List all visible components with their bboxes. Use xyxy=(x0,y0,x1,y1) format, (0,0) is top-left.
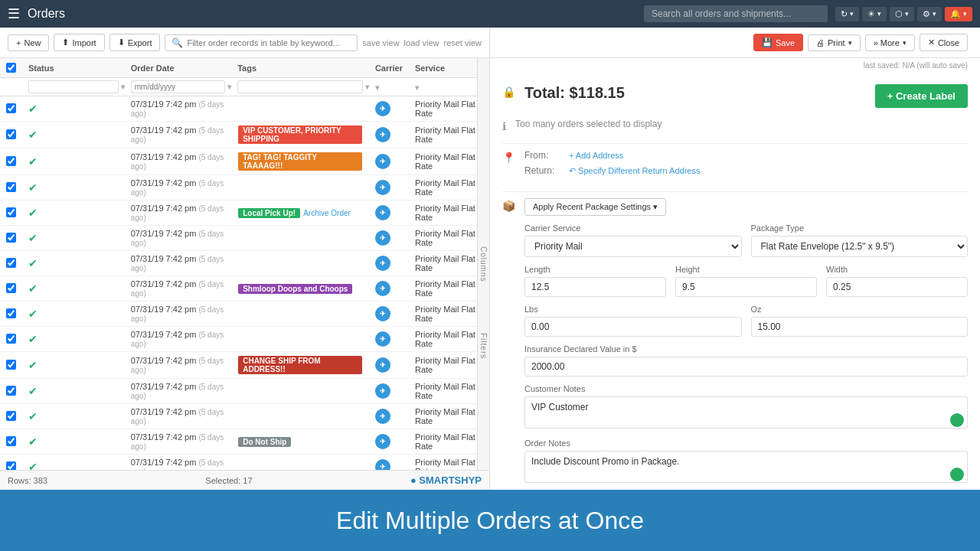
tag-badge: Local Pick Up! xyxy=(238,208,300,218)
date-filter-icon[interactable]: ▾ xyxy=(227,83,231,91)
table-search-bar[interactable]: 🔍 xyxy=(165,34,358,51)
date-filter[interactable] xyxy=(131,80,225,93)
columns-toggle[interactable]: Columns xyxy=(477,58,489,470)
print-icon: 🖨 xyxy=(816,38,825,47)
tag-badge: TAG! TAG! TAGGITY TAAAAG!!! xyxy=(238,152,362,171)
status-header: Status xyxy=(22,58,125,78)
print-button[interactable]: 🖨 Print ▾ xyxy=(808,34,861,51)
row-carrier-cell: ✈ xyxy=(369,201,409,226)
carrier-service-label: Carrier Service xyxy=(524,223,742,233)
row-checkbox[interactable] xyxy=(6,283,16,293)
address-body: From: + Add Address Return: ↶ Specify Di… xyxy=(524,150,968,181)
status-filter[interactable] xyxy=(28,80,119,93)
more-caret: ▾ xyxy=(903,39,906,47)
status-check-icon: ✔ xyxy=(28,461,38,470)
row-checkbox-cell xyxy=(0,175,22,201)
weight-row: Lbs Oz xyxy=(524,305,968,337)
width-input[interactable] xyxy=(826,277,968,297)
row-status-cell: ✔ xyxy=(22,404,125,429)
row-checkbox[interactable] xyxy=(6,436,16,446)
archive-link[interactable]: Archive Order xyxy=(303,209,351,217)
row-date-cell: 07/31/19 7:42 pm (5 days ago) xyxy=(125,276,231,302)
row-checkbox[interactable] xyxy=(6,156,16,166)
row-checkbox[interactable] xyxy=(6,386,16,396)
apply-settings-button[interactable]: Apply Recent Package Settings ▾ xyxy=(524,198,666,216)
tags-filter-icon[interactable]: ▾ xyxy=(365,83,369,91)
create-label-button[interactable]: + Create Label xyxy=(875,84,968,108)
row-tags-cell xyxy=(231,96,369,122)
hamburger-icon[interactable]: ☰ xyxy=(8,5,20,22)
export-button[interactable]: ⬇ Export xyxy=(109,34,161,51)
refresh-btn[interactable]: ↻ ▾ xyxy=(835,7,859,21)
row-checkbox[interactable] xyxy=(6,129,16,139)
new-button[interactable]: + New xyxy=(8,34,49,51)
status-check-icon: ✔ xyxy=(28,155,38,168)
order-notes-textarea[interactable] xyxy=(524,451,968,483)
oz-input[interactable] xyxy=(751,317,969,337)
row-date-cell: 07/31/19 7:42 pm (5 days ago) xyxy=(125,201,231,226)
status-check-icon: ✔ xyxy=(28,232,38,244)
order-date: 07/31/19 7:42 pm xyxy=(131,279,197,289)
tags-filter[interactable] xyxy=(237,80,363,93)
more-button[interactable]: » More ▾ xyxy=(865,34,915,51)
row-checkbox[interactable] xyxy=(6,461,16,471)
carrier-icon: ✈ xyxy=(375,154,390,169)
total-heading: Total: $118.15 xyxy=(524,84,625,101)
service-text: Priority Mail Flat Rate xyxy=(415,279,475,298)
length-input[interactable] xyxy=(524,277,666,297)
package-type-select[interactable]: Flat Rate Envelope (12.5" x 9.5") xyxy=(751,236,969,257)
return-address-link[interactable]: ↶ Specify Different Return Address xyxy=(569,166,700,176)
table-search-input[interactable] xyxy=(187,38,351,47)
carrier-service-select[interactable]: Priority Mail xyxy=(524,236,742,257)
export-label: Export xyxy=(128,38,152,47)
load-view-btn[interactable]: load view xyxy=(404,38,439,47)
row-checkbox[interactable] xyxy=(6,411,16,421)
theme-btn[interactable]: ☀ ▾ xyxy=(862,7,887,21)
row-checkbox[interactable] xyxy=(6,182,16,192)
notifications-btn[interactable]: 🔔 ▾ xyxy=(945,7,972,21)
close-button[interactable]: ✕ Close xyxy=(920,34,968,51)
customer-notes-label: Customer Notes xyxy=(524,384,968,393)
insurance-input[interactable] xyxy=(524,357,968,377)
row-checkbox[interactable] xyxy=(6,258,16,268)
print-caret: ▾ xyxy=(848,39,852,47)
carrier-filter-icon[interactable]: ▾ xyxy=(375,83,379,92)
settings-btn[interactable]: ⚙ ▾ xyxy=(917,7,942,21)
row-checkbox[interactable] xyxy=(6,334,16,344)
package-type-group: Package Type Flat Rate Envelope (12.5" x… xyxy=(751,223,969,257)
row-checkbox-cell xyxy=(0,276,22,302)
row-status-cell: ✔ xyxy=(22,122,125,148)
row-tags-cell: CHANGE SHIP FROM ADDRESS!! xyxy=(231,352,369,379)
import-button[interactable]: ⬆ Import xyxy=(54,34,104,51)
row-tags-cell xyxy=(231,404,369,429)
add-address-link[interactable]: + Add Address xyxy=(569,151,623,160)
status-check-icon: ✔ xyxy=(28,207,38,219)
row-date-cell: 07/31/19 7:42 pm (5 days ago) xyxy=(125,148,231,175)
row-status-cell: ✔ xyxy=(22,352,125,379)
table-row: ✔07/31/19 7:42 pm (5 days ago)TAG! TAG! … xyxy=(0,148,489,175)
lbs-input[interactable] xyxy=(524,317,742,337)
save-view-btn[interactable]: save view xyxy=(362,38,399,47)
filters-toggle[interactable]: Filters xyxy=(477,305,489,388)
height-label: Height xyxy=(675,265,817,274)
height-input[interactable] xyxy=(675,277,817,297)
row-status-cell: ✔ xyxy=(22,251,125,276)
row-checkbox[interactable] xyxy=(6,103,16,113)
row-checkbox[interactable] xyxy=(6,308,16,318)
row-checkbox[interactable] xyxy=(6,233,16,243)
reset-view-btn[interactable]: reset view xyxy=(443,38,482,47)
carrier-icon: ✈ xyxy=(375,101,390,116)
row-checkbox[interactable] xyxy=(6,207,16,217)
customer-notes-wrapper xyxy=(524,396,968,431)
row-status-cell: ✔ xyxy=(22,455,125,471)
table-row: ✔07/31/19 7:42 pm (5 days ago)✈Priority … xyxy=(0,226,489,251)
save-button[interactable]: 💾 Save xyxy=(753,34,803,51)
status-filter-icon[interactable]: ▾ xyxy=(121,83,125,91)
nav-search-input[interactable] xyxy=(644,5,828,22)
grid-btn[interactable]: ⬡ ▾ xyxy=(890,7,914,21)
select-all-checkbox[interactable] xyxy=(6,63,16,73)
row-checkbox-cell xyxy=(0,327,22,352)
row-checkbox[interactable] xyxy=(6,360,16,370)
customer-notes-textarea[interactable] xyxy=(524,396,968,429)
service-filter-icon[interactable]: ▾ xyxy=(415,83,419,92)
